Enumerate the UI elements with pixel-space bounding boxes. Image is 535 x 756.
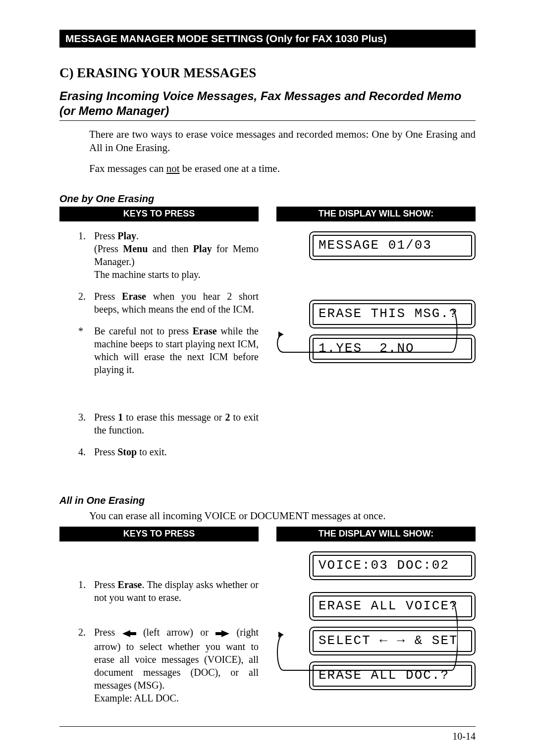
text: . [136, 230, 139, 241]
lcd-display: VOICE:03 DOC:02 [309, 551, 476, 580]
intro-paragraph: There are two ways to erase voice messag… [89, 128, 476, 155]
text: be erased one at a time. [180, 162, 280, 174]
step-marker: 2. [78, 290, 89, 316]
svg-marker-2 [215, 630, 229, 637]
step-marker: * [78, 324, 89, 376]
lcd-display: MESSAGE 01/03 [309, 231, 476, 260]
lcd-line: ERASE THIS MSG.? [313, 303, 472, 325]
key-play: Play [117, 230, 136, 241]
step-2: 2. Press Erase when you hear 2 short bee… [78, 290, 259, 316]
text: to exit. [137, 446, 167, 457]
step-marker: 2. [78, 626, 89, 704]
lcd-line: 1.YES 2.NO [313, 338, 472, 360]
text: Press [94, 230, 117, 241]
step-marker: 3. [78, 411, 89, 436]
lcd-line: ERASE ALL VOICE? [313, 595, 472, 617]
lcd-display: 1.YES 2.NO [309, 334, 476, 363]
lcd-display: ERASE THIS MSG.? [309, 300, 476, 328]
text: Example: ALL DOC. [94, 693, 179, 703]
one-by-one-heading: One by One Erasing [59, 193, 476, 205]
keys-to-press-header: KEYS TO PRESS [59, 207, 259, 221]
all-in-one-table: KEYS TO PRESS 1. Press Erase. The displa… [59, 527, 476, 713]
all-in-one-heading: All in One Erasing [59, 495, 476, 506]
key-erase: Erase [122, 291, 146, 302]
lcd-display: SELECT ← → & SET [309, 627, 476, 655]
lcd-line: VOICE:03 DOC:02 [313, 555, 472, 577]
subsection-heading: Erasing Incoming Voice Messages, Fax Mes… [59, 89, 476, 121]
text: Press [94, 446, 117, 457]
step-1: 1. Press Play. (Press Menu and then Play… [78, 229, 259, 281]
all-in-one-intro: You can erase all incoming VOICE or DOCU… [89, 509, 476, 523]
step-marker: 4. [78, 445, 89, 458]
text: The machine starts to play. [94, 269, 201, 280]
text: Press [94, 579, 118, 590]
key-stop: Stop [117, 446, 137, 457]
step-marker: 1. [78, 229, 89, 281]
step-1: 1. Press Erase. The display asks whether… [78, 578, 259, 604]
key-2: 2 [225, 412, 230, 423]
text: and then [148, 243, 193, 254]
text: (Press [94, 243, 123, 254]
lcd-line: MESSAGE 01/03 [313, 235, 472, 257]
key-erase: Erase [118, 579, 142, 590]
step-2-note: * Be careful not to press Erase while th… [78, 324, 259, 376]
chapter-bar: MESSAGE MANAGER MODE SETTINGS (Only for … [59, 30, 476, 48]
step-4: 4. Press Stop to exit. [78, 445, 259, 458]
text: Fax messages can [89, 162, 166, 174]
text: to erase this message or [123, 412, 225, 423]
one-by-one-table: KEYS TO PRESS 1. Press Play. (Press Menu… [59, 207, 476, 467]
underlined-word: not [166, 162, 180, 174]
text: (left arrow) or [136, 627, 216, 638]
display-will-show-header: THE DISPLAY WILL SHOW: [276, 207, 476, 221]
lcd-display: ERASE ALL DOC.? [309, 661, 476, 690]
text: Press [94, 412, 118, 423]
section-heading: C) ERASING YOUR MESSAGES [59, 65, 476, 81]
page-number: 10-14 [59, 726, 476, 742]
keys-to-press-header: KEYS TO PRESS [59, 527, 259, 541]
right-arrow-key-icon [215, 627, 229, 640]
text: Press [94, 627, 122, 638]
key-erase: Erase [193, 325, 217, 336]
key-play: Play [193, 243, 212, 254]
text: Press [94, 291, 122, 302]
left-arrow-key-icon [122, 627, 136, 640]
lcd-line: ERASE ALL DOC.? [313, 665, 472, 687]
display-will-show-header: THE DISPLAY WILL SHOW: [276, 527, 476, 541]
step-marker: 1. [78, 578, 89, 604]
key-1: 1 [118, 412, 123, 423]
text: Be careful not to press [94, 325, 193, 336]
key-menu: Menu [123, 243, 148, 254]
lcd-display: ERASE ALL VOICE? [309, 592, 476, 621]
fax-note-paragraph: Fax messages can not be erased one at a … [89, 162, 476, 175]
lcd-line: SELECT ← → & SET [313, 630, 472, 652]
svg-marker-1 [122, 630, 136, 637]
step-3: 3. Press 1 to erase this message or 2 to… [78, 411, 259, 436]
step-2: 2. Press (left arrow) or (right arrow) t… [78, 626, 259, 704]
